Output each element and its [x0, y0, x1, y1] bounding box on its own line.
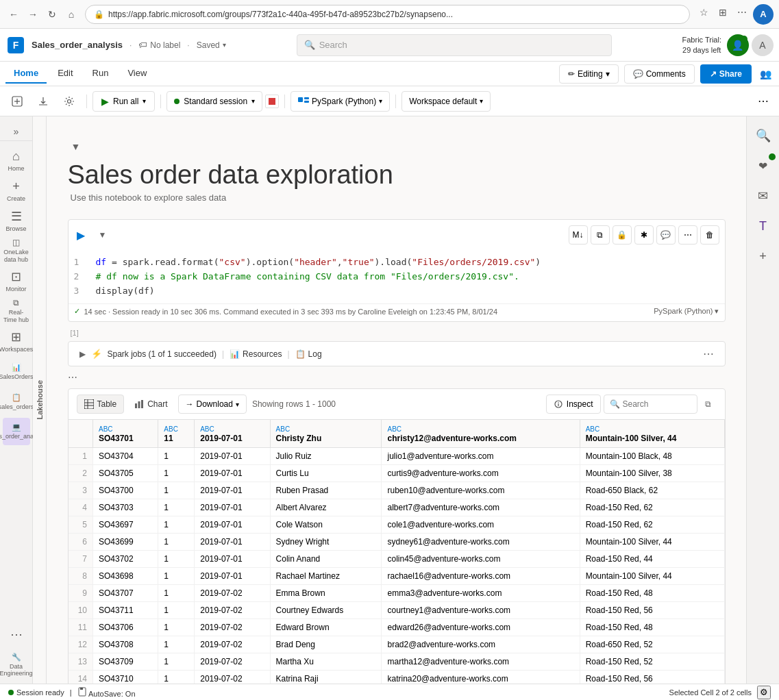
run-all-button[interactable]: ▶ Run all ▾	[92, 91, 155, 112]
back-button[interactable]: ←	[5, 6, 22, 23]
row-num-cell: 13	[69, 653, 93, 671]
row-num-header	[69, 420, 93, 448]
collapse-sidebar-button[interactable]: »	[0, 122, 32, 141]
right-sidebar-teams[interactable]: T	[750, 212, 777, 240]
expand-cell-button[interactable]: ▼	[93, 225, 112, 245]
toolbar-divider-3	[284, 95, 285, 108]
home-button[interactable]: ⌂	[63, 6, 79, 23]
data-table: ABCSO43701 ABC11 ABC2019-07-01 ABCChrist…	[69, 420, 725, 684]
pyspark-icon	[298, 97, 309, 105]
more-options-button[interactable]: ⋯	[753, 91, 774, 112]
cell-markdown-button[interactable]: M↓	[569, 225, 588, 245]
svg-rect-7	[304, 97, 309, 99]
row-col1: SO43706	[93, 619, 158, 636]
right-sidebar-search[interactable]: 🔍	[750, 122, 777, 149]
user-profile-button[interactable]: A	[752, 34, 774, 56]
cell-options-button[interactable]: ⋯	[68, 372, 77, 383]
address-bar[interactable]: 🔒 https://app.fabric.microsoft.com/group…	[85, 5, 690, 24]
lakehouse-sidebar: Lakehouse	[33, 116, 47, 684]
spark-jobs-bar: ▶ ⚡ Spark jobs (1 of 1 succeeded) | 📊 Re…	[68, 341, 726, 366]
svg-rect-15	[141, 400, 143, 408]
row-col1: SO43702	[93, 551, 158, 568]
table-search-input[interactable]	[623, 399, 691, 409]
spark-resources-link[interactable]: 📊 Resources	[230, 349, 282, 359]
cell-more-button[interactable]: ⋯	[678, 225, 697, 245]
notebook-area[interactable]: ▼ Sales order data exploration Use this …	[47, 116, 746, 684]
inspect-button[interactable]: Inspect	[546, 395, 601, 414]
editing-button[interactable]: ✏ Editing ▾	[559, 64, 619, 84]
row-col1: SO43698	[93, 568, 158, 585]
table-view-button[interactable]: Table	[77, 395, 125, 414]
download-button[interactable]	[32, 91, 55, 112]
fabric-logo: F	[5, 35, 26, 55]
forward-button[interactable]: →	[25, 6, 41, 23]
tab-run[interactable]: Run	[84, 64, 117, 84]
spark-log-link[interactable]: 📋 Log	[295, 349, 322, 359]
people-button[interactable]: 👥	[757, 66, 774, 82]
sidebar-item-analysis[interactable]: 💻 Sales_order_analysis	[3, 418, 30, 445]
collapse-title-button[interactable]: ▼	[68, 138, 84, 155]
row-col3: 2019-07-01	[195, 534, 270, 551]
notifications-button[interactable]: 👤	[727, 34, 749, 56]
row-col4: Cole Watson	[270, 516, 382, 534]
settings-cell-button[interactable]	[58, 91, 81, 112]
sidebar-item-more[interactable]: ⋯	[3, 621, 30, 648]
filter-button[interactable]: ⧉	[700, 396, 717, 412]
row-col6: Road-150 Red, 52	[580, 653, 724, 671]
tab-edit[interactable]: Edit	[49, 64, 81, 84]
stop-session-button[interactable]	[265, 95, 279, 108]
comments-button[interactable]: 💬 Comments	[624, 64, 695, 84]
tab-view[interactable]: View	[119, 64, 155, 84]
extensions-button[interactable]: ⊞	[715, 4, 731, 21]
status-bar-settings-button[interactable]: ⚙	[757, 686, 771, 699]
download-data-button[interactable]: → Download ▾	[178, 395, 247, 414]
right-sidebar-outlook[interactable]: ✉	[750, 182, 777, 210]
left-sidebar: » ⌂ Home + Create ☰ Browse ◫ OneLake dat…	[0, 116, 33, 684]
workspace-dropdown[interactable]: Workspace default ▾	[401, 91, 491, 112]
sidebar-item-home[interactable]: ⌂ Home	[3, 147, 30, 174]
profile-button[interactable]: A	[753, 4, 774, 25]
row-col3: 2019-07-02	[195, 653, 270, 671]
row-col2: 1	[158, 619, 195, 636]
app-search-bar[interactable]: 🔍 Search	[297, 34, 612, 56]
right-sidebar-add[interactable]: +	[750, 242, 777, 270]
sidebar-item-monitor[interactable]: ⊡ Monitor	[3, 267, 30, 295]
row-col5: courtney1@adventure-works.com	[382, 602, 580, 619]
table-search-box[interactable]: 🔍	[604, 395, 697, 414]
refresh-button[interactable]: ↻	[44, 6, 60, 23]
cell-copy-button[interactable]: ⧉	[591, 225, 610, 245]
spark-expand-button[interactable]: ▶	[79, 349, 86, 359]
more-tools-button[interactable]: ⋯	[734, 4, 750, 21]
sidebar-item-onelake[interactable]: ◫ OneLake data hub	[3, 237, 30, 264]
sidebar-item-browse[interactable]: ☰ Browse	[3, 207, 30, 234]
bookmark-button[interactable]: ☆	[695, 4, 712, 21]
cell-star-button[interactable]: ✱	[634, 225, 654, 245]
svg-rect-14	[138, 401, 140, 408]
add-cell-button[interactable]	[5, 91, 29, 112]
app-bar: F Sales_order_analysis · 🏷 No label · Sa…	[0, 29, 779, 62]
cell-lock-button[interactable]: 🔒	[613, 225, 632, 245]
sidebar-item-salesorders[interactable]: 📊 SalesOrders	[3, 358, 30, 385]
sidebar-item-workspaces[interactable]: ⊞ Workspaces	[3, 327, 30, 355]
sidebar-item-realtime[interactable]: ⧉ Real-Time hub	[3, 297, 30, 325]
row-col4: Rachael Martinez	[270, 568, 382, 585]
saved-status[interactable]: Saved ▾	[197, 40, 226, 50]
pyspark-dropdown[interactable]: PySpark (Python) ▾	[290, 91, 390, 112]
spark-more-button[interactable]: ⋯	[703, 347, 714, 360]
sidebar-item-create[interactable]: + Create	[3, 177, 30, 204]
cell-engine[interactable]: PySpark (Python) ▾	[654, 307, 719, 316]
share-button[interactable]: ↗ Share	[700, 64, 752, 84]
cell-delete-button[interactable]: 🗑	[700, 225, 719, 245]
sidebar-item-sales-orders[interactable]: 📋 sales_orders	[3, 388, 30, 415]
session-dropdown[interactable]: Standard session ▾	[166, 91, 262, 112]
cell-comment-button[interactable]: 💬	[656, 225, 676, 245]
row-num-cell: 1	[69, 448, 93, 465]
sidebar-item-data-engineering[interactable]: 🔧 Data Engineering	[3, 651, 30, 678]
tab-home[interactable]: Home	[5, 64, 47, 84]
row-num-cell: 12	[69, 636, 93, 653]
table-row: 9 SO43707 1 2019-07-02 Emma Brown emma3@…	[69, 585, 725, 602]
right-sidebar-favorites[interactable]: ❤	[750, 152, 777, 179]
no-label[interactable]: 🏷 No label	[138, 40, 180, 50]
run-cell-button[interactable]: ▶	[71, 225, 90, 245]
chart-view-button[interactable]: Chart	[127, 395, 175, 414]
